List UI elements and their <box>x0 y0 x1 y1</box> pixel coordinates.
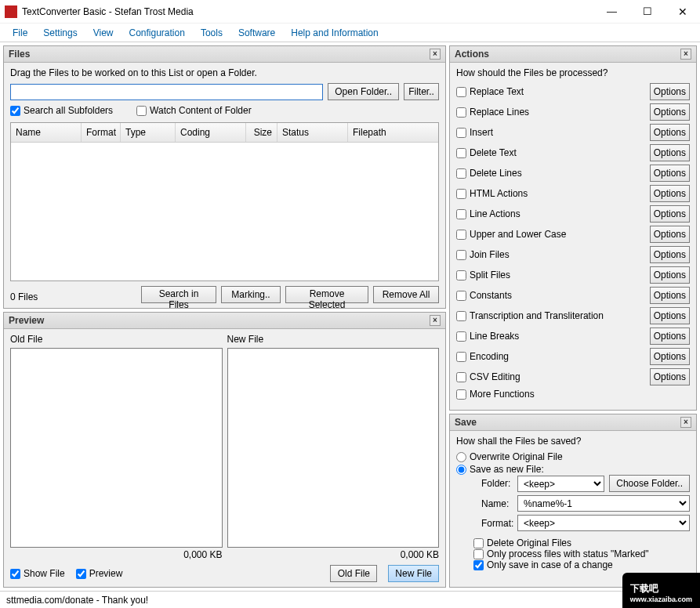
window-buttons: — ☐ ✕ <box>594 0 700 24</box>
action-options-7[interactable]: Options <box>650 226 690 243</box>
action-check-5[interactable]: HTML Actions <box>456 188 650 199</box>
action-check-14[interactable]: CSV Editing <box>456 371 650 382</box>
action-options-11[interactable]: Options <box>650 307 690 324</box>
action-check-11[interactable]: Transcription and Transliteration <box>456 310 650 321</box>
filter-button[interactable]: Filter.. <box>404 83 439 100</box>
action-check-3[interactable]: Delete Text <box>456 147 650 158</box>
action-check-1[interactable]: Replace Lines <box>456 107 650 118</box>
maximize-button[interactable]: ☐ <box>629 0 665 24</box>
action-check-8[interactable]: Join Files <box>456 249 650 260</box>
menu-software[interactable]: Software <box>230 26 283 40</box>
col-size[interactable]: Size <box>246 123 277 142</box>
action-check-7[interactable]: Upper and Lower Case <box>456 229 650 240</box>
minimize-button[interactable]: — <box>594 0 629 24</box>
action-check-9[interactable]: Split Files <box>456 270 650 280</box>
show-file-check[interactable]: Show File <box>10 568 65 579</box>
only-marked-check[interactable]: Only process files with status "Marked" <box>456 548 690 559</box>
watch-folder-check[interactable]: Watch Content of Folder <box>136 105 252 116</box>
files-instruction: Drag the Files to be worked on to this L… <box>10 67 439 78</box>
col-format[interactable]: Format <box>82 123 121 142</box>
actions-panel: Actions × How should the Files be proces… <box>449 45 697 411</box>
new-file-label: New File <box>227 334 440 345</box>
more-functions-check[interactable]: More Functions <box>456 389 690 400</box>
old-file-preview[interactable] <box>10 348 223 548</box>
search-in-files-button[interactable]: Search in Files <box>141 286 216 303</box>
action-options-3[interactable]: Options <box>650 144 690 161</box>
remove-all-button[interactable]: Remove All <box>373 286 439 303</box>
new-file-button[interactable]: New File <box>388 565 439 582</box>
preview-panel: Preview × Old File 0,000 KB New File 0,0… <box>3 312 446 588</box>
status-text: sttmedia.com/donate - Thank you! <box>6 595 148 606</box>
action-check-13[interactable]: Encoding <box>456 351 650 362</box>
actions-close-icon[interactable]: × <box>680 49 691 60</box>
file-table[interactable]: Name Format Type Coding Size Status File… <box>10 122 439 281</box>
preview-check[interactable]: Preview <box>76 568 123 579</box>
preview-close-icon[interactable]: × <box>430 315 441 326</box>
search-subfolders-check[interactable]: Search all Subfolders <box>10 105 113 116</box>
delete-original-check[interactable]: Delete Original Files <box>456 537 690 548</box>
folder-select[interactable]: <keep> <box>517 476 604 492</box>
old-file-label: Old File <box>10 334 223 345</box>
col-coding[interactable]: Coding <box>176 123 246 142</box>
files-panel: Files × Drag the Files to be worked on t… <box>3 45 446 309</box>
format-label: Format: <box>473 518 513 529</box>
action-check-0[interactable]: Replace Text <box>456 86 650 97</box>
action-options-10[interactable]: Options <box>650 287 690 304</box>
name-select[interactable]: %name%-1 <box>517 495 690 512</box>
preview-title: Preview <box>9 315 430 326</box>
remove-selected-button[interactable]: Remove Selected <box>285 286 368 303</box>
only-save-change-check[interactable]: Only save in case of a change <box>456 559 690 570</box>
action-options-5[interactable]: Options <box>650 185 690 202</box>
action-options-8[interactable]: Options <box>650 246 690 263</box>
menu-configuration[interactable]: Configuration <box>122 26 193 40</box>
action-options-6[interactable]: Options <box>650 205 690 223</box>
app-icon <box>5 5 17 18</box>
old-file-size: 0,000 KB <box>10 549 223 560</box>
new-file-preview[interactable] <box>227 348 440 548</box>
menubar: File Settings View Configuration Tools S… <box>0 24 700 42</box>
window-title: TextConverter Basic - Stefan Trost Media <box>22 6 594 17</box>
actions-title: Actions <box>455 49 680 60</box>
folder-path-input[interactable] <box>10 84 323 100</box>
menu-tools[interactable]: Tools <box>193 26 230 40</box>
action-check-12[interactable]: Line Breaks <box>456 331 650 342</box>
files-close-icon[interactable]: × <box>430 49 441 60</box>
open-folder-button[interactable]: Open Folder.. <box>328 83 399 100</box>
menu-settings[interactable]: Settings <box>35 26 85 40</box>
marking-button[interactable]: Marking.. <box>221 286 281 303</box>
action-options-12[interactable]: Options <box>650 328 690 345</box>
statusbar: sttmedia.com/donate - Thank you! <box>0 591 700 608</box>
files-title: Files <box>9 49 430 60</box>
action-options-4[interactable]: Options <box>650 165 690 182</box>
overwrite-radio[interactable]: Overwrite Original File <box>456 451 690 462</box>
col-type[interactable]: Type <box>121 123 176 142</box>
save-new-radio[interactable]: Save as new File: <box>456 464 690 475</box>
folder-label: Folder: <box>473 478 513 489</box>
close-button[interactable]: ✕ <box>665 0 700 24</box>
action-options-9[interactable]: Options <box>650 266 690 284</box>
watermark: 下载吧www.xiazaiba.com <box>622 573 700 608</box>
name-label: Name: <box>473 498 513 509</box>
action-check-2[interactable]: Insert <box>456 127 650 138</box>
action-options-1[interactable]: Options <box>650 103 690 121</box>
action-options-14[interactable]: Options <box>650 368 690 385</box>
menu-file[interactable]: File <box>5 26 35 40</box>
col-filepath[interactable]: Filepath <box>348 123 438 142</box>
action-options-0[interactable]: Options <box>650 83 690 100</box>
save-instruction: How shall the Files be saved? <box>456 436 690 447</box>
menu-view[interactable]: View <box>85 26 122 40</box>
choose-folder-button[interactable]: Choose Folder.. <box>609 475 690 492</box>
file-count: 0 Files <box>10 291 136 302</box>
old-file-button[interactable]: Old File <box>330 565 377 582</box>
action-options-2[interactable]: Options <box>650 124 690 141</box>
menu-help[interactable]: Help and Information <box>283 26 386 40</box>
col-status[interactable]: Status <box>277 123 348 142</box>
format-select[interactable]: <keep> <box>517 515 690 531</box>
action-options-13[interactable]: Options <box>650 348 690 365</box>
col-name[interactable]: Name <box>11 123 82 142</box>
actions-instruction: How should the Files be processed? <box>456 67 690 78</box>
action-check-10[interactable]: Constants <box>456 290 650 301</box>
action-check-6[interactable]: Line Actions <box>456 208 650 219</box>
action-check-4[interactable]: Delete Lines <box>456 168 650 179</box>
save-close-icon[interactable]: × <box>680 417 691 428</box>
